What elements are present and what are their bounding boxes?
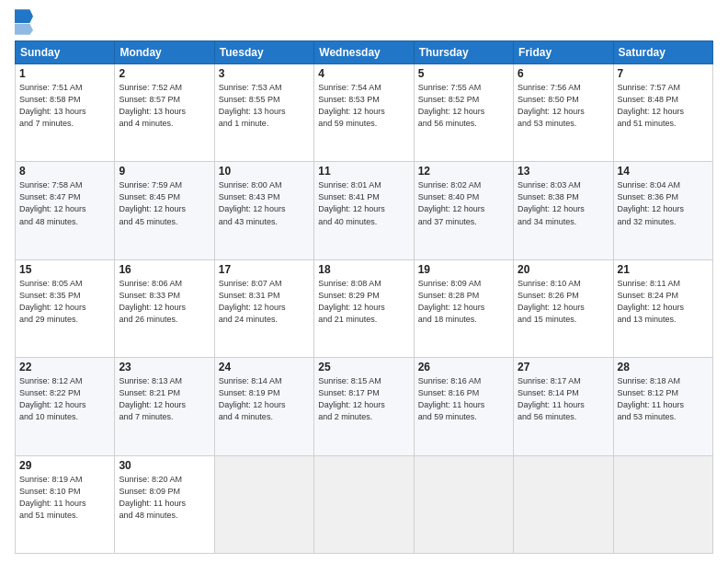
table-row: 9Sunrise: 7:59 AM Sunset: 8:45 PM Daylig… bbox=[115, 162, 214, 259]
table-row: 27Sunrise: 8:17 AM Sunset: 8:14 PM Dayli… bbox=[514, 358, 613, 455]
day-number: 28 bbox=[618, 361, 709, 373]
calendar-week-row: 22Sunrise: 8:12 AM Sunset: 8:22 PM Dayli… bbox=[16, 358, 713, 455]
col-thursday: Thursday bbox=[414, 41, 513, 64]
svg-marker-0 bbox=[15, 9, 33, 23]
table-row: 1Sunrise: 7:51 AM Sunset: 8:58 PM Daylig… bbox=[16, 64, 115, 162]
table-row bbox=[414, 455, 513, 553]
table-row: 17Sunrise: 8:07 AM Sunset: 8:31 PM Dayli… bbox=[214, 259, 313, 357]
day-info: Sunrise: 8:07 AM Sunset: 8:31 PM Dayligh… bbox=[219, 278, 310, 326]
day-number: 24 bbox=[219, 361, 310, 373]
table-row: 15Sunrise: 8:05 AM Sunset: 8:35 PM Dayli… bbox=[16, 259, 115, 357]
day-number: 7 bbox=[618, 67, 709, 80]
table-row: 16Sunrise: 8:06 AM Sunset: 8:33 PM Dayli… bbox=[115, 259, 214, 357]
day-info: Sunrise: 7:56 AM Sunset: 8:50 PM Dayligh… bbox=[518, 82, 609, 130]
table-row: 11Sunrise: 8:01 AM Sunset: 8:41 PM Dayli… bbox=[314, 162, 414, 259]
day-number: 3 bbox=[219, 67, 310, 80]
day-number: 18 bbox=[318, 263, 409, 276]
day-number: 8 bbox=[19, 165, 110, 178]
day-info: Sunrise: 8:01 AM Sunset: 8:41 PM Dayligh… bbox=[318, 179, 409, 227]
col-tuesday: Tuesday bbox=[214, 41, 313, 64]
table-row bbox=[314, 455, 414, 553]
calendar-week-row: 1Sunrise: 7:51 AM Sunset: 8:58 PM Daylig… bbox=[16, 64, 713, 162]
day-number: 27 bbox=[518, 361, 609, 373]
day-info: Sunrise: 7:58 AM Sunset: 8:47 PM Dayligh… bbox=[19, 179, 110, 227]
day-number: 10 bbox=[219, 165, 310, 178]
col-wednesday: Wednesday bbox=[314, 41, 414, 64]
day-info: Sunrise: 8:09 AM Sunset: 8:28 PM Dayligh… bbox=[418, 278, 509, 326]
day-number: 16 bbox=[119, 263, 210, 276]
logo-icon bbox=[15, 9, 33, 35]
table-row bbox=[214, 455, 313, 553]
header bbox=[15, 9, 713, 35]
day-number: 25 bbox=[318, 361, 409, 373]
day-number: 4 bbox=[318, 67, 409, 80]
day-info: Sunrise: 8:12 AM Sunset: 8:22 PM Dayligh… bbox=[19, 375, 110, 423]
calendar-header-row: Sunday Monday Tuesday Wednesday Thursday… bbox=[16, 41, 713, 64]
table-row: 29Sunrise: 8:19 AM Sunset: 8:10 PM Dayli… bbox=[16, 455, 115, 553]
table-row: 21Sunrise: 8:11 AM Sunset: 8:24 PM Dayli… bbox=[613, 259, 712, 357]
table-row: 14Sunrise: 8:04 AM Sunset: 8:36 PM Dayli… bbox=[613, 162, 712, 259]
table-row: 5Sunrise: 7:55 AM Sunset: 8:52 PM Daylig… bbox=[414, 64, 513, 162]
day-info: Sunrise: 8:16 AM Sunset: 8:16 PM Dayligh… bbox=[418, 375, 509, 423]
day-info: Sunrise: 7:55 AM Sunset: 8:52 PM Dayligh… bbox=[418, 82, 509, 130]
day-info: Sunrise: 8:02 AM Sunset: 8:40 PM Dayligh… bbox=[418, 179, 509, 227]
day-info: Sunrise: 8:14 AM Sunset: 8:19 PM Dayligh… bbox=[219, 375, 310, 423]
day-number: 23 bbox=[119, 361, 210, 373]
col-sunday: Sunday bbox=[16, 41, 115, 64]
table-row: 4Sunrise: 7:54 AM Sunset: 8:53 PM Daylig… bbox=[314, 64, 414, 162]
day-info: Sunrise: 8:17 AM Sunset: 8:14 PM Dayligh… bbox=[518, 375, 609, 423]
day-info: Sunrise: 7:57 AM Sunset: 8:48 PM Dayligh… bbox=[618, 82, 709, 130]
day-number: 15 bbox=[19, 263, 110, 276]
day-info: Sunrise: 8:11 AM Sunset: 8:24 PM Dayligh… bbox=[618, 278, 709, 326]
svg-marker-1 bbox=[15, 24, 33, 35]
col-monday: Monday bbox=[115, 41, 214, 64]
day-number: 2 bbox=[119, 67, 210, 80]
day-info: Sunrise: 8:04 AM Sunset: 8:36 PM Dayligh… bbox=[618, 179, 709, 227]
day-number: 17 bbox=[219, 263, 310, 276]
day-number: 12 bbox=[418, 165, 509, 178]
table-row: 10Sunrise: 8:00 AM Sunset: 8:43 PM Dayli… bbox=[214, 162, 313, 259]
calendar: Sunday Monday Tuesday Wednesday Thursday… bbox=[15, 40, 713, 554]
day-number: 29 bbox=[19, 459, 110, 472]
table-row: 3Sunrise: 7:53 AM Sunset: 8:55 PM Daylig… bbox=[214, 64, 313, 162]
page: Sunday Monday Tuesday Wednesday Thursday… bbox=[0, 0, 728, 563]
day-number: 26 bbox=[418, 361, 509, 373]
table-row bbox=[514, 455, 613, 553]
day-info: Sunrise: 8:20 AM Sunset: 8:09 PM Dayligh… bbox=[119, 474, 210, 522]
day-info: Sunrise: 7:54 AM Sunset: 8:53 PM Dayligh… bbox=[318, 82, 409, 130]
day-number: 5 bbox=[418, 67, 509, 80]
day-number: 19 bbox=[418, 263, 509, 276]
table-row: 12Sunrise: 8:02 AM Sunset: 8:40 PM Dayli… bbox=[414, 162, 513, 259]
day-number: 30 bbox=[119, 459, 210, 472]
day-number: 21 bbox=[618, 263, 709, 276]
day-info: Sunrise: 8:05 AM Sunset: 8:35 PM Dayligh… bbox=[19, 278, 110, 326]
table-row: 20Sunrise: 8:10 AM Sunset: 8:26 PM Dayli… bbox=[514, 259, 613, 357]
calendar-week-row: 8Sunrise: 7:58 AM Sunset: 8:47 PM Daylig… bbox=[16, 162, 713, 259]
day-info: Sunrise: 8:18 AM Sunset: 8:12 PM Dayligh… bbox=[618, 375, 709, 423]
table-row: 13Sunrise: 8:03 AM Sunset: 8:38 PM Dayli… bbox=[514, 162, 613, 259]
day-info: Sunrise: 8:00 AM Sunset: 8:43 PM Dayligh… bbox=[219, 179, 310, 227]
table-row: 24Sunrise: 8:14 AM Sunset: 8:19 PM Dayli… bbox=[214, 358, 313, 455]
col-friday: Friday bbox=[514, 41, 613, 64]
day-info: Sunrise: 8:03 AM Sunset: 8:38 PM Dayligh… bbox=[518, 179, 609, 227]
calendar-week-row: 29Sunrise: 8:19 AM Sunset: 8:10 PM Dayli… bbox=[16, 455, 713, 553]
col-saturday: Saturday bbox=[613, 41, 712, 64]
day-info: Sunrise: 8:15 AM Sunset: 8:17 PM Dayligh… bbox=[318, 375, 409, 423]
table-row: 7Sunrise: 7:57 AM Sunset: 8:48 PM Daylig… bbox=[613, 64, 712, 162]
table-row bbox=[613, 455, 712, 553]
table-row: 2Sunrise: 7:52 AM Sunset: 8:57 PM Daylig… bbox=[115, 64, 214, 162]
day-number: 6 bbox=[518, 67, 609, 80]
day-number: 11 bbox=[318, 165, 409, 178]
day-info: Sunrise: 7:51 AM Sunset: 8:58 PM Dayligh… bbox=[19, 82, 110, 130]
table-row: 26Sunrise: 8:16 AM Sunset: 8:16 PM Dayli… bbox=[414, 358, 513, 455]
table-row: 19Sunrise: 8:09 AM Sunset: 8:28 PM Dayli… bbox=[414, 259, 513, 357]
table-row: 8Sunrise: 7:58 AM Sunset: 8:47 PM Daylig… bbox=[16, 162, 115, 259]
table-row: 22Sunrise: 8:12 AM Sunset: 8:22 PM Dayli… bbox=[16, 358, 115, 455]
day-number: 1 bbox=[19, 67, 110, 80]
day-info: Sunrise: 7:59 AM Sunset: 8:45 PM Dayligh… bbox=[119, 179, 210, 227]
table-row: 23Sunrise: 8:13 AM Sunset: 8:21 PM Dayli… bbox=[115, 358, 214, 455]
day-number: 9 bbox=[119, 165, 210, 178]
table-row: 25Sunrise: 8:15 AM Sunset: 8:17 PM Dayli… bbox=[314, 358, 414, 455]
day-info: Sunrise: 8:19 AM Sunset: 8:10 PM Dayligh… bbox=[19, 474, 110, 522]
logo bbox=[15, 9, 37, 35]
